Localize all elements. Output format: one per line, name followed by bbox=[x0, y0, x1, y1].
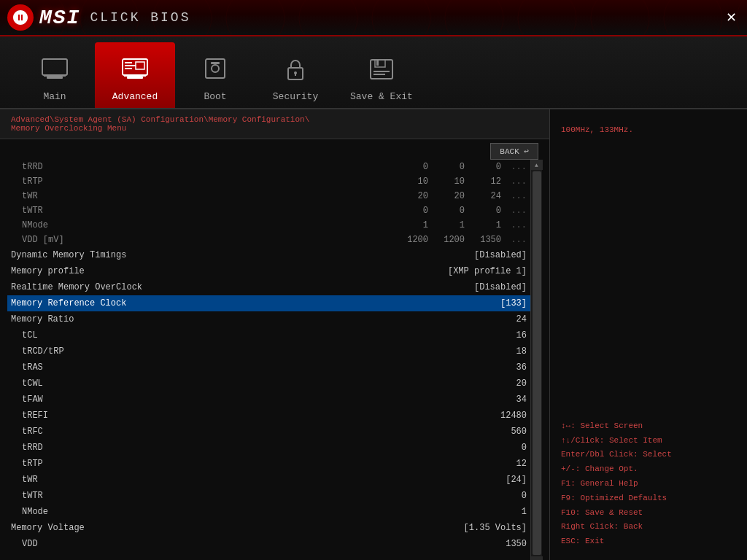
setting-vdd2-value: 1350 bbox=[483, 539, 527, 549]
breadcrumb: Advanced\System Agent (SA) Configuration… bbox=[0, 109, 549, 139]
timing-trrd-col2: 0 bbox=[428, 162, 465, 172]
scroll-container: tRRD 0 0 0 ... tRTP 10 10 12 ... tWR bbox=[7, 160, 542, 560]
tab-save-exit[interactable]: Save & Exit bbox=[336, 42, 427, 108]
svg-rect-19 bbox=[374, 71, 390, 72]
svg-rect-0 bbox=[42, 59, 67, 75]
setting-memory-ratio[interactable]: Memory Ratio 24 bbox=[7, 311, 530, 327]
setting-twr2[interactable]: tWR [24] bbox=[7, 472, 530, 488]
setting-tras[interactable]: tRAS 36 bbox=[7, 359, 530, 376]
timing-twr-col3: 24 bbox=[465, 191, 501, 201]
settings-content: tRRD 0 0 0 ... tRTP 10 10 12 ... tWR bbox=[0, 160, 549, 560]
timing-twr-col1: 20 bbox=[392, 191, 428, 201]
timing-nmode-dots: ... bbox=[501, 220, 527, 230]
main-icon bbox=[41, 58, 69, 88]
setting-tcl[interactable]: tCL 16 bbox=[7, 327, 530, 343]
setting-realtime-oc[interactable]: Realtime Memory OverClock [Disabled] bbox=[7, 279, 530, 295]
key-help: ↕↔: Select Screen ↑↓/Click: Select Item … bbox=[561, 419, 736, 549]
svg-rect-1 bbox=[47, 77, 63, 79]
tab-advanced[interactable]: Advanced bbox=[95, 42, 175, 108]
setting-trcd-label: tRCD/tRP bbox=[11, 346, 476, 357]
tab-main[interactable]: Main bbox=[15, 42, 95, 108]
setting-memory-ref-clock-value: [133] bbox=[483, 298, 527, 308]
key-help-right-click: Right Click: Back bbox=[561, 520, 736, 534]
save-exit-icon bbox=[368, 58, 395, 88]
scroll-thumb[interactable] bbox=[533, 171, 541, 555]
key-help-change: +/-: Change Opt. bbox=[561, 462, 736, 477]
setting-memory-voltage[interactable]: Memory Voltage [1.35 Volts] bbox=[7, 520, 530, 536]
setting-memory-ref-clock-label: Memory Reference Clock bbox=[11, 298, 476, 308]
right-panel: 100MHz, 133MHz. ↕↔: Select Screen ↑↓/Cli… bbox=[550, 109, 747, 560]
setting-nmode2-label: NMode bbox=[11, 507, 476, 517]
setting-nmode2[interactable]: NMode 1 bbox=[7, 504, 530, 520]
tab-boot[interactable]: Boot bbox=[175, 42, 255, 108]
setting-dynamic-memory-label: Dynamic Memory Timings bbox=[11, 250, 467, 260]
main-content: Advanced\System Agent (SA) Configuration… bbox=[0, 109, 747, 560]
timing-trtp-col3: 12 bbox=[465, 176, 501, 187]
timing-nmode-label: NMode bbox=[11, 220, 392, 230]
setting-tcl-value: 16 bbox=[483, 330, 527, 341]
setting-trtp2-value: 12 bbox=[483, 459, 527, 469]
setting-tcwl[interactable]: tCWL 20 bbox=[7, 376, 530, 392]
setting-memory-voltage-label: Memory Voltage bbox=[11, 523, 457, 533]
timing-twr-label: tWR bbox=[11, 191, 392, 201]
timing-twtr-col1: 0 bbox=[392, 206, 428, 216]
setting-twtr2-value: 0 bbox=[483, 491, 527, 501]
scroll-down-arrow[interactable]: ▼ bbox=[531, 556, 543, 560]
setting-memory-ref-clock[interactable]: Memory Reference Clock [133] bbox=[7, 295, 530, 311]
setting-trrd2-value: 0 bbox=[483, 443, 527, 453]
setting-trcd[interactable]: tRCD/tRP 18 bbox=[7, 343, 530, 359]
setting-twtr2[interactable]: tWTR 0 bbox=[7, 488, 530, 504]
setting-vdd2[interactable]: VDD 1350 bbox=[7, 536, 530, 552]
timing-nmode-col2: 1 bbox=[428, 220, 465, 230]
tab-main-label: Main bbox=[43, 91, 66, 102]
security-icon bbox=[282, 58, 309, 88]
setting-trfc-label: tRFC bbox=[11, 427, 476, 437]
key-help-enter: Enter/Dbl Click: Select bbox=[561, 448, 736, 462]
timing-twtr-col3: 0 bbox=[465, 206, 501, 216]
timing-row-twr: tWR 20 20 24 ... bbox=[7, 189, 530, 203]
timing-vdd-label: VDD [mV] bbox=[11, 235, 392, 245]
timing-twtr-label: tWTR bbox=[11, 206, 392, 216]
msi-dragon-icon bbox=[7, 4, 34, 31]
setting-memory-ratio-value: 24 bbox=[483, 314, 527, 324]
settings-list: tRRD 0 0 0 ... tRTP 10 10 12 ... tWR bbox=[7, 160, 530, 560]
timing-vdd-col2: 1200 bbox=[428, 235, 465, 245]
setting-memory-profile-label: Memory profile bbox=[11, 266, 441, 276]
boot-icon bbox=[201, 58, 229, 88]
tab-advanced-label: Advanced bbox=[112, 91, 158, 102]
key-help-f1: F1: General Help bbox=[561, 477, 736, 491]
msi-brand-text: msi bbox=[39, 7, 80, 29]
scrollbar[interactable]: ▲ ▼ bbox=[530, 160, 542, 560]
timing-row-trrd: tRRD 0 0 0 ... bbox=[7, 160, 530, 174]
setting-realtime-oc-label: Realtime Memory OverClock bbox=[11, 282, 467, 292]
svg-rect-2 bbox=[44, 75, 66, 77]
timing-nmode-col1: 1 bbox=[392, 220, 428, 230]
timing-twtr-col2: 0 bbox=[428, 206, 465, 216]
setting-dynamic-memory[interactable]: Dynamic Memory Timings [Disabled] bbox=[7, 247, 530, 263]
setting-tfaw[interactable]: tFAW 34 bbox=[7, 392, 530, 408]
setting-trfc[interactable]: tRFC 560 bbox=[7, 424, 530, 440]
settings-header: BACK ↩ bbox=[0, 139, 549, 160]
scroll-up-arrow[interactable]: ▲ bbox=[531, 160, 543, 170]
svg-rect-18 bbox=[376, 60, 379, 66]
tab-save-exit-label: Save & Exit bbox=[350, 91, 413, 102]
close-button[interactable]: ✕ bbox=[722, 9, 740, 26]
setting-dynamic-memory-value: [Disabled] bbox=[474, 250, 527, 260]
setting-trefi[interactable]: tREFI 12480 bbox=[7, 408, 530, 424]
setting-tras-value: 36 bbox=[483, 362, 527, 373]
key-help-select-item: ↑↓/Click: Select Item bbox=[561, 434, 736, 448]
tab-security[interactable]: Security bbox=[255, 42, 336, 108]
setting-trrd2[interactable]: tRRD 0 bbox=[7, 440, 530, 456]
setting-memory-profile[interactable]: Memory profile [XMP profile 1] bbox=[7, 263, 530, 279]
svg-rect-15 bbox=[295, 73, 296, 76]
key-help-esc: ESC: Exit bbox=[561, 534, 736, 549]
setting-trefi-label: tREFI bbox=[11, 411, 476, 421]
header-bar: msi CLICK BIOS ✕ bbox=[0, 0, 747, 36]
left-panel: Advanced\System Agent (SA) Configuration… bbox=[0, 109, 550, 560]
setting-trtp2[interactable]: tRTP 12 bbox=[7, 456, 530, 472]
svg-point-11 bbox=[212, 65, 219, 72]
back-button[interactable]: BACK ↩ bbox=[490, 143, 538, 160]
timing-row-nmode: NMode 1 1 1 ... bbox=[7, 218, 530, 233]
setting-tfaw-value: 34 bbox=[483, 394, 527, 405]
timing-trtp-dots: ... bbox=[501, 176, 527, 187]
